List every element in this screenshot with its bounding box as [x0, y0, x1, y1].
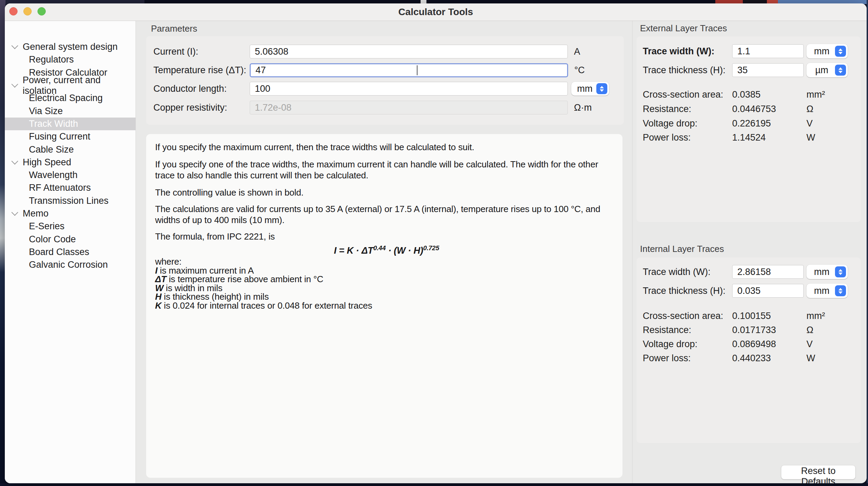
sidebar-item-label: Regulators [29, 54, 74, 65]
chevron-down-icon[interactable] [11, 209, 18, 216]
internal-voltage-drop-row: Voltage drop:0.0869498V [643, 339, 813, 350]
calculator-tools-window: Calculator Tools General system design R… [5, 3, 867, 483]
copper-resistivity-input [250, 101, 568, 114]
sidebar-item-fusing-current[interactable]: Fusing Current [5, 130, 135, 143]
conductor-length-unit-select[interactable]: mm [571, 82, 609, 96]
close-button[interactable] [9, 7, 18, 15]
sidebar-item-wavelength[interactable]: Wavelength [5, 169, 135, 181]
current-row: Current (I): A [153, 44, 580, 59]
sidebar-item-label: Galvanic Corrosion [29, 259, 108, 270]
sidebar-item-label: Via Size [29, 106, 63, 117]
temperature-rise-input[interactable] [250, 63, 568, 77]
chevron-up-down-icon [835, 266, 846, 277]
external-trace-width-input[interactable] [732, 44, 804, 58]
internal-resistance-row: Resistance:0.0171733Ω [643, 325, 813, 335]
sidebar-item-label: E-Series [29, 221, 65, 232]
internal-cross-section-row: Cross-section area:0.100155mm² [643, 311, 825, 321]
trace-results-panel: External Layer Traces Trace width (W): m… [632, 21, 867, 483]
sidebar-item-galvanic-corrosion[interactable]: Galvanic Corrosion [5, 258, 135, 271]
internal-trace-thickness-input[interactable] [732, 284, 804, 298]
conductor-length-unit-value: mm [571, 84, 596, 94]
parameters-section-label: Parameters [151, 23, 197, 34]
where-line: K is 0.024 for internal traces or 0.048 … [155, 301, 614, 310]
external-trace-width-row: Trace width (W): [643, 44, 804, 59]
sidebar-item-label: Color Code [29, 234, 76, 245]
internal-trace-width-label: Trace width (W): [643, 267, 732, 277]
help-paragraph: The calculations are valid for currents … [155, 203, 614, 225]
external-trace-thickness-unit-value: µm [806, 65, 835, 76]
sidebar-item-cable-size[interactable]: Cable Size [5, 143, 135, 156]
text-caret [417, 65, 417, 75]
external-trace-thickness-row: Trace thickness (H): [643, 63, 804, 78]
current-input[interactable] [250, 45, 568, 58]
internal-trace-width-row: Trace width (W): [643, 264, 804, 279]
external-cross-section-row: Cross-section area:0.0385mm² [643, 89, 825, 100]
sidebar-item-memo[interactable]: Memo [5, 207, 135, 220]
sidebar-item-via-size[interactable]: Via Size [5, 104, 135, 117]
internal-trace-thickness-label: Trace thickness (H): [643, 286, 732, 296]
sidebar-item-board-classes[interactable]: Board Classes [5, 246, 135, 258]
sidebar-item-electrical-spacing[interactable]: Electrical Spacing [5, 92, 135, 104]
copper-resistivity-unit-label: Ω·m [574, 102, 592, 113]
sidebar-item-high-speed[interactable]: High Speed [5, 156, 135, 169]
help-paragraph: If you specify one of the trace widths, … [155, 159, 614, 181]
temperature-rise-row: Temperature rise (ΔT): °C [153, 63, 585, 78]
sidebar-item-label: Cable Size [29, 144, 74, 155]
reset-to-defaults-button[interactable]: Reset to Defaults [781, 465, 856, 479]
temperature-rise-unit-label: °C [574, 65, 585, 76]
external-section-label: External Layer Traces [640, 23, 727, 34]
chevron-down-icon[interactable] [11, 158, 18, 165]
chevron-down-icon[interactable] [11, 81, 18, 88]
zoom-button[interactable] [37, 7, 46, 15]
sidebar-item-track-width[interactable]: Track Width [5, 118, 135, 130]
sidebar-item-label: High Speed [23, 157, 71, 168]
copper-resistivity-label: Copper resistivity: [153, 102, 250, 113]
conductor-length-row: Conductor length: mm [153, 81, 609, 96]
internal-trace-thickness-unit-value: mm [806, 286, 835, 296]
sidebar-item-transmission-lines[interactable]: Transmission Lines [5, 195, 135, 207]
external-trace-width-unit-select[interactable]: mm [806, 44, 848, 58]
external-trace-thickness-unit-select[interactable]: µm [806, 63, 848, 77]
sidebar-item-label: Fusing Current [29, 131, 90, 142]
sidebar-item-label: Track Width [29, 119, 78, 129]
formula-intro: The formula, from IPC 2221, is [155, 231, 614, 242]
external-resistance-row: Resistance:0.0446753Ω [643, 104, 813, 114]
help-paragraph: The controlling value is shown in bold. [155, 187, 614, 198]
chevron-up-down-icon [835, 46, 846, 57]
sidebar-item-label: RF Attenuators [29, 183, 91, 193]
calculator-tree-sidebar: General system design Regulators Resisto… [5, 21, 136, 483]
external-trace-thickness-input[interactable] [732, 63, 804, 77]
minimize-button[interactable] [23, 7, 32, 15]
external-trace-width-label: Trace width (W): [643, 46, 732, 57]
internal-trace-width-unit-select[interactable]: mm [806, 265, 848, 279]
desktop-background-right [867, 0, 868, 486]
external-power-loss-row: Power loss:1.14524W [643, 132, 815, 143]
sidebar-item-label: Wavelength [29, 170, 78, 180]
ipc2221-formula: I = K · ΔT0.44 · (W · H)0.725 [334, 243, 614, 256]
temperature-rise-label: Temperature rise (ΔT): [153, 65, 250, 76]
chevron-down-icon[interactable] [11, 42, 18, 49]
title-bar[interactable]: Calculator Tools [5, 3, 867, 21]
sidebar-item-regulators[interactable]: Regulators [5, 53, 135, 66]
sidebar-item-label: Memo [23, 208, 48, 219]
internal-section-label: Internal Layer Traces [640, 244, 724, 254]
external-trace-thickness-label: Trace thickness (H): [643, 65, 732, 76]
internal-trace-thickness-unit-select[interactable]: mm [806, 284, 848, 298]
help-text-panel: If you specify the maximum current, then… [146, 134, 622, 478]
external-trace-width-unit-value: mm [806, 46, 835, 57]
sidebar-item-color-code[interactable]: Color Code [5, 233, 135, 245]
sidebar-item-general-system-design[interactable]: General system design [5, 41, 135, 53]
sidebar-item-power-current-isolation[interactable]: Power, current and isolation [5, 79, 135, 92]
current-label: Current (I): [153, 46, 250, 57]
internal-trace-width-unit-value: mm [806, 267, 835, 277]
sidebar-item-rf-attenuators[interactable]: RF Attenuators [5, 181, 135, 194]
desktop-background-bottom [0, 483, 868, 486]
internal-trace-width-input[interactable] [732, 265, 804, 279]
conductor-length-input[interactable] [250, 82, 568, 96]
external-voltage-drop-row: Voltage drop:0.226195V [643, 118, 813, 129]
sidebar-item-label: Electrical Spacing [29, 93, 103, 103]
chevron-up-down-icon [835, 65, 846, 76]
sidebar-item-e-series[interactable]: E-Series [5, 220, 135, 233]
help-paragraph: If you specify the maximum current, then… [155, 142, 614, 153]
chevron-up-down-icon [596, 83, 607, 94]
